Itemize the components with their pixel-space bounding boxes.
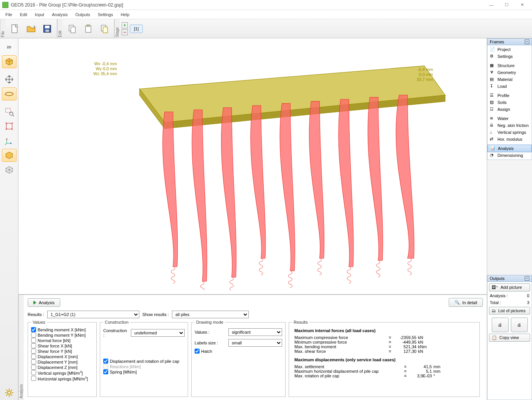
- maximize-button[interactable]: ☐: [499, 0, 514, 10]
- outputs-total-label: Total :: [490, 300, 501, 305]
- frame-item-analysis[interactable]: 📊Analysis: [487, 145, 532, 152]
- values-check-5[interactable]: Displacement X [mm]: [31, 354, 93, 359]
- frame-item-dimensioning[interactable]: ◔Dimensioning: [487, 152, 532, 159]
- frame-item-settings[interactable]: ⚙Settings: [487, 53, 532, 60]
- outputs-total-value: 3: [527, 300, 529, 305]
- paste-special-button[interactable]: [97, 21, 112, 36]
- results-combo[interactable]: 1_G1+G2 (1): [47, 311, 139, 318]
- gear-icon: ⚙: [490, 54, 495, 59]
- menu-file[interactable]: File: [2, 11, 16, 18]
- analysis-panel: Analysis Analysis 🔍 In detail Results : …: [18, 294, 487, 400]
- values-check-4[interactable]: Shear force Y [kN]: [31, 349, 93, 354]
- construction-fieldset: Construction Construction : undeformed D…: [100, 320, 188, 397]
- prof-icon: ☰: [490, 93, 495, 98]
- stage-remove-button[interactable]: −: [122, 29, 128, 35]
- assign-icon: ☳: [490, 107, 495, 112]
- values-check-2[interactable]: Normal force [kN]: [31, 338, 93, 343]
- outputs-body: 🖼⁺ Add picture Analysis :0 Total :3 🗂 Li…: [487, 282, 532, 400]
- outputs-collapse-icon[interactable]: −: [525, 276, 529, 281]
- frame-item-structure[interactable]: ▦Structure: [487, 62, 532, 69]
- menu-edit[interactable]: Edit: [16, 11, 31, 18]
- geom-icon: ⛛: [490, 70, 495, 75]
- axes-button[interactable]: [2, 134, 17, 147]
- stage-add-button[interactable]: +: [122, 22, 128, 28]
- frames-collapse-icon[interactable]: −: [525, 40, 529, 44]
- analysis-run-button[interactable]: Analysis: [28, 298, 60, 307]
- open-file-button[interactable]: [24, 21, 38, 36]
- svg-point-12: [10, 112, 13, 115]
- frame-item-vertical-springs[interactable]: ⟂Vertical springs: [487, 129, 532, 136]
- shade-solid-button[interactable]: [2, 149, 17, 162]
- outputs-header[interactable]: Outputs −: [487, 275, 532, 282]
- stage-tab-1[interactable]: [1]: [130, 25, 143, 33]
- values-check-8[interactable]: Vertical springs [MN/m3]: [31, 370, 93, 375]
- play-icon: [33, 301, 36, 305]
- grid-icon: ▦: [490, 63, 495, 68]
- frame-item-soils[interactable]: ▨Soils: [487, 99, 532, 106]
- frame-item-project[interactable]: 📄Project: [487, 46, 532, 53]
- values-check-9[interactable]: Horizontal springs [MN/m3]: [31, 376, 93, 381]
- copy-button[interactable]: [65, 21, 79, 36]
- rotate-button[interactable]: [2, 87, 17, 100]
- list-pictures-button[interactable]: 🗂 List of pictures: [489, 307, 530, 314]
- pan-button[interactable]: [2, 73, 17, 86]
- show-results-label: Show results :: [142, 312, 169, 317]
- copy-view-button[interactable]: 📋 Copy view: [489, 334, 530, 342]
- frame-item-profile[interactable]: ☰Profile: [487, 92, 532, 99]
- construction-check-2[interactable]: Spring [MN/m]: [103, 369, 185, 374]
- shade-wire-button[interactable]: [2, 163, 17, 176]
- settings-gear-button[interactable]: [2, 386, 17, 399]
- zoom-window-button[interactable]: [2, 105, 17, 118]
- result-line: Max. rotation of pile cap=3,9E-03°: [294, 374, 474, 378]
- svg-point-10: [5, 92, 13, 96]
- construction-combo[interactable]: undeformed: [131, 329, 185, 337]
- print-full-button[interactable]: 🖨: [511, 318, 528, 332]
- svg-rect-3: [45, 30, 49, 32]
- menu-help[interactable]: Help: [117, 11, 133, 18]
- frame-item-geometry[interactable]: ⛛Geometry: [487, 69, 532, 76]
- menu-analysis[interactable]: Analysis: [48, 11, 71, 18]
- show-results-combo[interactable]: all piles: [172, 311, 249, 318]
- results-text[interactable]: Maximum internal forces (all load cases)…: [292, 327, 476, 396]
- list-pictures-icon: 🗂: [492, 308, 496, 313]
- menu-input[interactable]: Input: [31, 11, 48, 18]
- paste-button[interactable]: [81, 21, 96, 36]
- drawing-labels-label: Labels size :: [195, 341, 225, 345]
- values-check-6[interactable]: Displacement Y [mm]: [31, 359, 93, 364]
- minimize-button[interactable]: —: [484, 0, 499, 10]
- magnifier-icon: 🔍: [454, 300, 460, 305]
- result-line: Max. bending moment=521,34kNm: [294, 344, 474, 349]
- in-detail-button[interactable]: 🔍 In detail: [449, 298, 483, 307]
- view-3d-button[interactable]: [2, 55, 17, 68]
- frame-item-assign[interactable]: ☳Assign: [487, 106, 532, 113]
- add-picture-button[interactable]: 🖼⁺ Add picture: [489, 283, 530, 291]
- frame-item-material[interactable]: ▤Material: [487, 76, 532, 83]
- frame-item-hor-modulus[interactable]: ⇄Hor. modulus: [487, 136, 532, 143]
- values-check-0[interactable]: Bending moment X [kNm]: [31, 327, 93, 332]
- new-file-button[interactable]: [8, 21, 22, 36]
- menu-settings[interactable]: Settings: [94, 11, 117, 18]
- frames-header[interactable]: Frames −: [487, 38, 532, 45]
- zoom-extents-button[interactable]: [2, 120, 17, 133]
- frame-item-load[interactable]: ↧Load: [487, 83, 532, 90]
- viewport-3d[interactable]: Wx -0,4 mm Wy 0,0 mm Wz 35,4 mm -0,4 mm …: [18, 38, 487, 294]
- dim-icon: ◔: [490, 153, 495, 158]
- construction-check-0[interactable]: Displacement and rotation of pile cap: [103, 359, 185, 364]
- doc-icon: 📄: [490, 47, 495, 52]
- close-button[interactable]: ✕: [514, 0, 530, 10]
- values-check-1[interactable]: Bending moment Y [kNm]: [31, 333, 93, 337]
- frame-item-neg-skin-friction[interactable]: ⇊Neg. skin friction: [487, 122, 532, 129]
- menu-outputs[interactable]: Outputs: [71, 11, 94, 18]
- outputs-analysis-label: Analysis :: [490, 293, 508, 298]
- frame-item-water[interactable]: ≋Water: [487, 115, 532, 122]
- drawing-values-combo[interactable]: significant: [228, 328, 282, 336]
- save-file-button[interactable]: [40, 21, 55, 36]
- values-check-3[interactable]: Shear force X [kN]: [31, 343, 93, 348]
- values-fieldset: Values Bending moment X [kNm]Bending mom…: [28, 320, 97, 397]
- view-2d-button[interactable]: 2D: [2, 41, 17, 54]
- drawing-labels-combo[interactable]: small: [228, 339, 282, 347]
- result-line: Maximum horizontal displacement of pile …: [294, 369, 474, 374]
- hatch-checkbox[interactable]: [195, 349, 200, 354]
- values-check-7[interactable]: Displacement Z [mm]: [31, 365, 93, 370]
- print-short-button[interactable]: 🖨: [492, 318, 509, 332]
